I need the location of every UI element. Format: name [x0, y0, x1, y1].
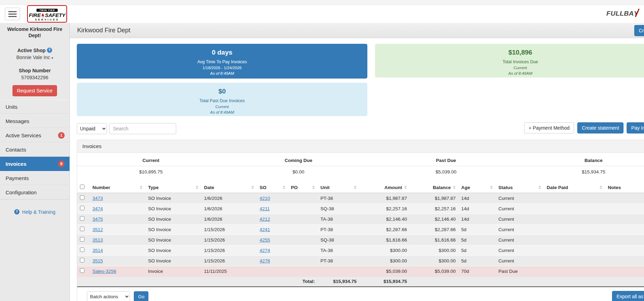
notes-cell — [605, 203, 644, 214]
total-invoices-due-card: $10,896 Total Invoices Due Current As of… — [375, 44, 644, 78]
total-status-cell — [458, 276, 496, 287]
sidebar-item-configuration[interactable]: Configuration — [0, 185, 70, 200]
request-service-button[interactable]: Request Service — [13, 85, 57, 96]
service-order-link[interactable]: 4255 — [260, 237, 270, 243]
sidebar-item-active-services[interactable]: Active Services1 — [0, 128, 70, 143]
invoice-row-3474: 3474SO Invoice1/6/20264211SQ-38$2,257.16… — [77, 203, 644, 214]
nav-badge: 8 — [58, 161, 65, 167]
service-order-link[interactable]: 4276 — [260, 258, 270, 263]
column-header-unit[interactable]: Unit — [318, 182, 359, 193]
brand-fire-text: FIRE — [29, 13, 41, 18]
create-button-clipped[interactable]: Cr — [634, 25, 644, 36]
service-order-link[interactable]: 4274 — [260, 248, 270, 253]
invoice-number-link[interactable]: 3515 — [92, 258, 103, 263]
sort-icon — [310, 186, 315, 189]
notes-cell — [605, 235, 644, 245]
row-checkbox[interactable] — [80, 258, 84, 262]
invoice-number-link[interactable]: 3514 — [92, 248, 103, 253]
sidebar-item-contacts[interactable]: Contacts — [0, 143, 70, 157]
past-due-value: $0 — [80, 88, 364, 95]
sidebar-item-payments[interactable]: Payments — [0, 171, 70, 185]
invoice-number-cell: 3474 — [90, 203, 145, 214]
shop-number-value: 5709342296 — [0, 75, 70, 80]
age-cell: 5d — [458, 224, 496, 235]
column-header-type[interactable]: Type — [145, 182, 201, 193]
status-cell: Current — [496, 255, 544, 266]
invoice-row-sales-3256: Sales-3256Invoice11/11/2025$5,039.00$5,0… — [77, 266, 644, 276]
balance-cell: $1,616.66 — [410, 235, 458, 245]
invoice-row-3515: 3515SO Invoice1/15/20264276PT-38$300.00$… — [77, 255, 644, 266]
sort-icon — [488, 186, 493, 189]
row-checkbox[interactable] — [80, 227, 84, 231]
invoice-number-cell: 3473 — [90, 193, 145, 203]
invoice-number-link[interactable]: 3512 — [92, 227, 103, 232]
invoice-number-link[interactable]: 3475 — [92, 217, 103, 222]
brand-line1: TWIN TIER — [36, 9, 58, 12]
row-checkbox[interactable] — [80, 247, 84, 252]
column-header-amount[interactable]: Amount — [359, 182, 410, 193]
go-button[interactable]: Go — [134, 291, 148, 301]
invoice-summary-table: Current Coming Due Past Due Balance $10,… — [77, 155, 644, 179]
column-header-date-paid[interactable]: Date Paid — [544, 182, 605, 193]
unit-cell — [318, 266, 359, 276]
po-cell — [288, 245, 318, 255]
row-checkbox[interactable] — [80, 206, 84, 210]
export-all-button-clipped[interactable]: Export all as . — [612, 291, 644, 301]
service-order-link[interactable]: 4211 — [260, 206, 270, 211]
service-order-cell: 4212 — [257, 214, 288, 224]
add-payment-method-button[interactable]: + Payment Method — [524, 122, 574, 133]
sort-icon — [597, 186, 602, 189]
age-cell: 70d — [458, 266, 496, 276]
column-header-number[interactable]: Number — [90, 182, 145, 193]
invoice-number-link[interactable]: 3513 — [92, 237, 103, 243]
total-label-cell: Total: — [288, 276, 318, 287]
row-checkbox[interactable] — [80, 195, 84, 200]
active-shop-help-icon[interactable]: ? — [47, 48, 52, 53]
po-cell — [288, 266, 318, 276]
search-input[interactable] — [109, 123, 176, 134]
column-header-status[interactable]: Status — [496, 182, 544, 193]
invoice-number-cell: 3475 — [90, 214, 145, 224]
pay-invoices-button-clipped[interactable]: Pay Inv — [627, 122, 644, 133]
row-checkbox[interactable] — [80, 216, 84, 221]
column-header-po[interactable]: PO — [288, 182, 318, 193]
row-checkbox[interactable] — [80, 237, 84, 242]
avg-time-to-pay-card: 0 days Avg Time To Pay Invoices 1/18/202… — [77, 44, 367, 79]
invoice-number-link[interactable]: 3474 — [92, 206, 103, 211]
total-empty-cell — [201, 276, 257, 287]
service-order-link[interactable]: 4212 — [260, 217, 270, 222]
column-header-date[interactable]: Date — [201, 182, 257, 193]
invoice-type-cell: Invoice — [145, 266, 201, 276]
column-header-age[interactable]: Age — [458, 182, 496, 193]
column-header-balance[interactable]: Balance — [410, 182, 458, 193]
column-header-so[interactable]: SO — [257, 182, 288, 193]
row-checkbox[interactable] — [80, 268, 84, 273]
po-cell — [288, 224, 318, 235]
nav-badge: 1 — [58, 132, 65, 139]
select-all-checkbox[interactable] — [80, 185, 84, 189]
total-amount-cell: $15,934.75 — [318, 276, 359, 287]
unit-cell: PT-38 — [318, 193, 359, 203]
batch-actions-select[interactable]: Batch actions — [87, 291, 130, 301]
invoice-status-select[interactable]: Unpaid — [77, 123, 107, 134]
sidebar-item-invoices[interactable]: Invoices8 — [0, 157, 70, 171]
age-cell: 5d — [458, 245, 496, 255]
sidebar-item-messages[interactable]: Messages — [0, 114, 70, 128]
column-header-notes[interactable]: Notes — [605, 182, 644, 193]
service-order-link[interactable]: 4210 — [260, 196, 270, 201]
create-statement-button[interactable]: Create statement — [577, 122, 623, 133]
service-order-link[interactable]: 4241 — [260, 227, 270, 232]
amount-cell: $1,987.87 — [359, 193, 410, 203]
status-cell: Past Due — [496, 266, 544, 276]
notes-cell — [605, 245, 644, 255]
invoice-number-link[interactable]: Sales-3256 — [92, 269, 116, 274]
age-cell: 5d — [458, 235, 496, 245]
sort-icon — [404, 186, 407, 189]
active-shop-selector[interactable]: Bonnie Vale Inc ▾ — [0, 55, 70, 60]
invoice-date-cell: 1/6/2026 — [201, 193, 257, 203]
date-paid-cell — [544, 266, 605, 276]
hamburger-menu-button[interactable] — [5, 8, 20, 20]
help-training-link[interactable]: ? Help & Training — [0, 209, 70, 215]
invoice-number-link[interactable]: 3473 — [92, 196, 103, 201]
sidebar-item-units[interactable]: Units — [0, 100, 70, 114]
